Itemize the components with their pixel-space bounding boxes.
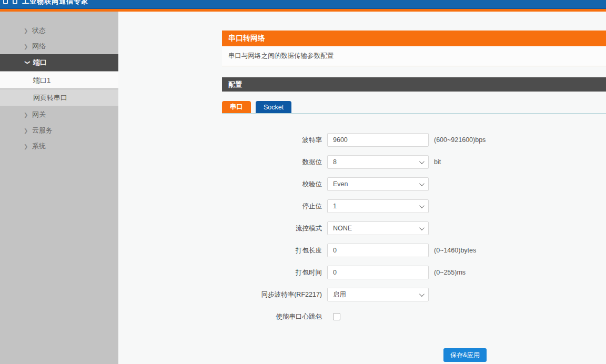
pack-time-input[interactable]: [327, 266, 429, 279]
sidebar-item-system[interactable]: ❯ 系统: [0, 138, 118, 154]
field-label: 数据位: [222, 158, 322, 167]
chevron-right-icon: ❯: [24, 28, 32, 34]
sidebar-item-port[interactable]: ❯ 端口: [0, 54, 118, 71]
page-title: 串口转网络: [222, 31, 606, 46]
sidebar-item-label: 端口: [33, 58, 47, 67]
field-hint: bit: [434, 158, 441, 166]
sidebar-item-label: 云服务: [32, 126, 53, 135]
chevron-right-icon: ❯: [24, 112, 32, 118]
form-row-pack-time: 打包时间 (0~255)ms: [222, 266, 606, 279]
field-label: 校验位: [222, 180, 322, 189]
baud-rate-input[interactable]: [327, 133, 429, 147]
brand-title: 工业物联网通信专家: [22, 0, 88, 6]
chevron-down-icon: [419, 181, 425, 186]
field-label: 波特率: [222, 136, 322, 145]
field-hint: (0~255)ms: [434, 269, 466, 276]
form-row-flow-control: 流控模式 NONE: [222, 221, 606, 235]
sidebar-item-label: 端口1: [33, 76, 50, 85]
sidebar-item-network[interactable]: ❯ 网络: [0, 38, 118, 54]
chevron-right-icon: ❯: [24, 44, 32, 49]
field-label: 打包长度: [222, 246, 322, 255]
sidebar-item-label: 系统: [32, 141, 46, 151]
tab-socket[interactable]: Socket: [256, 101, 291, 113]
form-row-heartbeat: 使能串口心跳包: [222, 310, 606, 323]
sidebar-item-label: 网关: [32, 110, 46, 119]
form-row-pack-length: 打包长度 (0~1460)bytes: [222, 244, 606, 257]
heartbeat-checkbox[interactable]: [333, 313, 340, 320]
tab-bar: 串口 Socket: [222, 101, 606, 114]
chevron-down-icon: ❯: [25, 60, 31, 65]
field-label: 流控模式: [222, 224, 322, 233]
sidebar-item-label: 网络: [32, 42, 46, 51]
parity-select[interactable]: Even: [327, 177, 429, 191]
sidebar-subitem-web-to-serial[interactable]: 网页转串口: [0, 89, 118, 106]
sidebar-item-label: 网页转串口: [33, 93, 67, 103]
chevron-down-icon: [419, 203, 425, 208]
sidebar-item-gateway[interactable]: ❯ 网关: [0, 107, 118, 123]
top-header-bar: 工业物联网通信专家: [0, 0, 606, 9]
sidebar-item-cloud[interactable]: ❯ 云服务: [0, 123, 118, 138]
field-hint: (0~1460)bytes: [434, 247, 476, 254]
data-bits-select[interactable]: 8: [327, 155, 429, 169]
section-title: 配置: [222, 77, 606, 92]
main-area: 串口转网络 串口与网络之间的数据传输参数配置 配置 串口 Socket 波特率 …: [118, 12, 606, 364]
field-label: 同步波特率(RF2217): [222, 290, 322, 299]
sidebar: ❯ 状态 ❯ 网络 ❯ 端口 端口1 网页转串口 ❯ 网关 ❯ 云服务 ❯ 系统: [0, 12, 118, 364]
field-label: 使能串口心跳包: [222, 312, 322, 321]
form-row-baud-rate: 波特率 (600~921600)bps: [222, 133, 606, 147]
chevron-down-icon: [419, 225, 425, 230]
stop-bits-select[interactable]: 1: [327, 199, 429, 213]
sidebar-item-status[interactable]: ❯ 状态: [0, 23, 118, 38]
sidebar-subitem-port1[interactable]: 端口1: [0, 72, 118, 88]
form-row-stop-bits: 停止位 1: [222, 199, 606, 213]
serial-config-form: 波特率 (600~921600)bps 数据位 8 bit 校验位 Even: [222, 133, 606, 362]
sync-baud-select[interactable]: 启用: [327, 288, 429, 301]
sidebar-item-label: 状态: [32, 26, 46, 35]
brand-logo-icon: [3, 0, 8, 4]
select-value: NONE: [333, 225, 352, 232]
save-apply-button[interactable]: 保存&应用: [443, 348, 487, 362]
chevron-down-icon: [419, 159, 425, 164]
select-value: 1: [333, 203, 337, 210]
page-subtitle: 串口与网络之间的数据传输参数配置: [222, 46, 606, 66]
flow-control-select[interactable]: NONE: [327, 221, 429, 235]
select-value: 8: [333, 158, 337, 166]
field-label: 打包时间: [222, 268, 322, 277]
form-row-sync-baud: 同步波特率(RF2217) 启用: [222, 288, 606, 301]
brand-logo-icon: [13, 0, 17, 4]
pack-length-input[interactable]: [327, 244, 429, 257]
field-label: 停止位: [222, 202, 322, 211]
chevron-right-icon: ❯: [24, 144, 32, 149]
chevron-down-icon: [419, 291, 425, 297]
field-hint: (600~921600)bps: [434, 136, 486, 144]
tab-serial[interactable]: 串口: [222, 101, 251, 113]
form-row-parity: 校验位 Even: [222, 177, 606, 191]
form-row-data-bits: 数据位 8 bit: [222, 155, 606, 169]
select-value: Even: [333, 180, 348, 188]
chevron-right-icon: ❯: [24, 128, 32, 134]
select-value: 启用: [333, 290, 346, 299]
